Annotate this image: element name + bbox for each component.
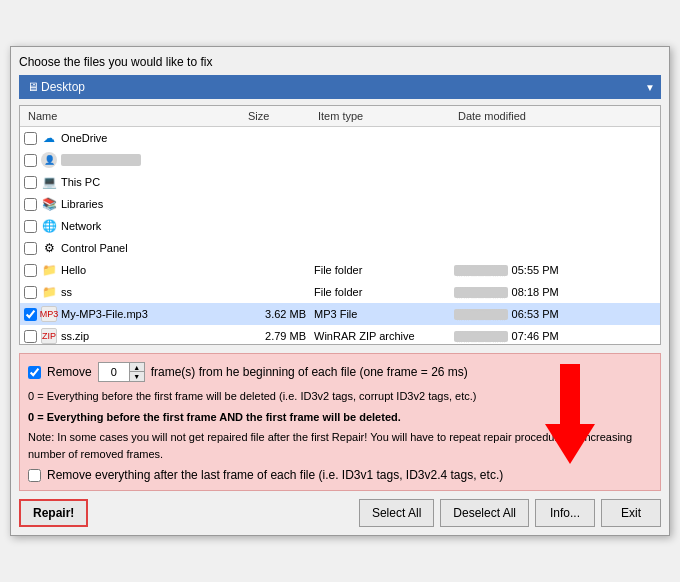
pc-icon: 💻 xyxy=(41,174,57,190)
file-checkbox-ss[interactable] xyxy=(24,286,37,299)
remove-after-row: Remove everything after the last frame o… xyxy=(28,468,652,482)
mp3-icon: MP3 xyxy=(41,306,57,322)
file-date: ░░░░░░░ 08:18 PM xyxy=(454,286,604,298)
column-item-type: Item type xyxy=(314,108,454,124)
file-name: Libraries xyxy=(61,198,103,210)
table-row: 👤 xyxy=(20,149,660,171)
info-button[interactable]: Info... xyxy=(535,499,595,527)
file-list-header: Name Size Item type Date modified xyxy=(20,106,660,127)
table-row: 💻 This PC xyxy=(20,171,660,193)
file-name: My-MP3-File.mp3 xyxy=(61,308,148,320)
file-checkbox-libraries[interactable] xyxy=(24,198,37,211)
table-row: 📁 Hello File folder ░░░░░░░ 05:55 PM xyxy=(20,259,660,281)
zip-icon: ZIP xyxy=(41,328,57,344)
file-name: Control Panel xyxy=(61,242,128,254)
table-row: 🌐 Network xyxy=(20,215,660,237)
date-blurred: ░░░░░░░ xyxy=(454,265,508,276)
column-date-modified: Date modified xyxy=(454,108,604,124)
date-time: 06:53 PM xyxy=(512,308,559,320)
onedrive-icon: ☁ xyxy=(41,130,57,146)
file-checkbox-network[interactable] xyxy=(24,220,37,233)
dialog-title: Choose the files you would like to fix xyxy=(19,55,661,69)
remove-description: frame(s) from he beginning of each file … xyxy=(151,365,468,379)
table-row: 📁 ss File folder ░░░░░░░ 08:18 PM xyxy=(20,281,660,303)
svg-marker-0 xyxy=(545,364,595,464)
file-size: 3.62 MB xyxy=(244,308,314,320)
table-row: ☁ OneDrive xyxy=(20,127,660,149)
spinner-buttons: ▲ ▼ xyxy=(129,363,144,381)
arrow-decoration xyxy=(540,364,600,467)
date-blurred: ░░░░░░░ xyxy=(454,287,508,298)
file-name: Hello xyxy=(61,264,86,276)
table-row: MP3 My-MP3-File.mp3 3.62 MB MP3 File ░░░… xyxy=(20,303,660,325)
exit-button[interactable]: Exit xyxy=(601,499,661,527)
date-time: 05:55 PM xyxy=(512,264,559,276)
file-checkbox-mp3[interactable] xyxy=(24,308,37,321)
date-blurred: ░░░░░░░ xyxy=(454,331,508,342)
file-type: WinRAR ZIP archive xyxy=(314,330,454,342)
date-time: 07:46 PM xyxy=(512,330,559,342)
remove-after-checkbox[interactable] xyxy=(28,469,41,482)
file-name: OneDrive xyxy=(61,132,107,144)
file-checkbox-controlpanel[interactable] xyxy=(24,242,37,255)
file-date: ░░░░░░░ 05:55 PM xyxy=(454,264,604,276)
path-icon: 🖥 xyxy=(25,79,41,95)
file-name-blurred xyxy=(61,154,141,166)
file-name: This PC xyxy=(61,176,100,188)
path-text: Desktop xyxy=(41,80,645,94)
library-icon: 📚 xyxy=(41,196,57,212)
file-date: ░░░░░░░ 06:53 PM xyxy=(454,308,604,320)
frame-spinner[interactable]: ▲ ▼ xyxy=(98,362,145,382)
date-blurred: ░░░░░░░ xyxy=(454,309,508,320)
select-all-button[interactable]: Select All xyxy=(359,499,434,527)
main-dialog: Choose the files you would like to fix 🖥… xyxy=(10,46,670,536)
file-name: ss xyxy=(61,286,72,298)
file-checkbox-thispc[interactable] xyxy=(24,176,37,189)
file-date: ░░░░░░░ 07:46 PM xyxy=(454,330,604,342)
file-checkbox-hello[interactable] xyxy=(24,264,37,277)
file-type: File folder xyxy=(314,286,454,298)
spinner-up-button[interactable]: ▲ xyxy=(130,363,144,372)
frame-value-input[interactable] xyxy=(99,363,129,381)
network-icon: 🌐 xyxy=(41,218,57,234)
path-bar[interactable]: 🖥 Desktop ▼ xyxy=(19,75,661,99)
bottom-section: Remove ▲ ▼ frame(s) from he beginning of… xyxy=(19,353,661,491)
table-row: ZIP ss.zip 2.79 MB WinRAR ZIP archive ░░… xyxy=(20,325,660,345)
remove-checkbox[interactable] xyxy=(28,366,41,379)
file-checkbox-user[interactable] xyxy=(24,154,37,167)
table-row: ⚙ Control Panel xyxy=(20,237,660,259)
down-arrow-svg xyxy=(540,364,600,464)
file-name: Network xyxy=(61,220,101,232)
path-dropdown-arrow[interactable]: ▼ xyxy=(645,82,655,93)
file-checkbox-onedrive[interactable] xyxy=(24,132,37,145)
date-time: 08:18 PM xyxy=(512,286,559,298)
deselect-all-button[interactable]: Deselect All xyxy=(440,499,529,527)
user-icon: 👤 xyxy=(41,152,57,168)
remove-label: Remove xyxy=(47,365,92,379)
folder-icon: 📁 xyxy=(41,284,57,300)
file-list-container: Name Size Item type Date modified ☁ OneD… xyxy=(19,105,661,345)
table-row: 📚 Libraries xyxy=(20,193,660,215)
file-name: ss.zip xyxy=(61,330,89,342)
file-size: 2.79 MB xyxy=(244,330,314,342)
file-type: File folder xyxy=(314,264,454,276)
column-size: Size xyxy=(244,108,314,124)
file-type: MP3 File xyxy=(314,308,454,320)
file-checkbox-zip[interactable] xyxy=(24,330,37,343)
controlpanel-icon: ⚙ xyxy=(41,240,57,256)
remove-after-label: Remove everything after the last frame o… xyxy=(47,468,503,482)
repair-button[interactable]: Repair! xyxy=(19,499,88,527)
button-bar: Repair! Select All Deselect All Info... … xyxy=(19,499,661,527)
spinner-down-button[interactable]: ▼ xyxy=(130,372,144,381)
column-name: Name xyxy=(24,108,244,124)
folder-icon: 📁 xyxy=(41,262,57,278)
